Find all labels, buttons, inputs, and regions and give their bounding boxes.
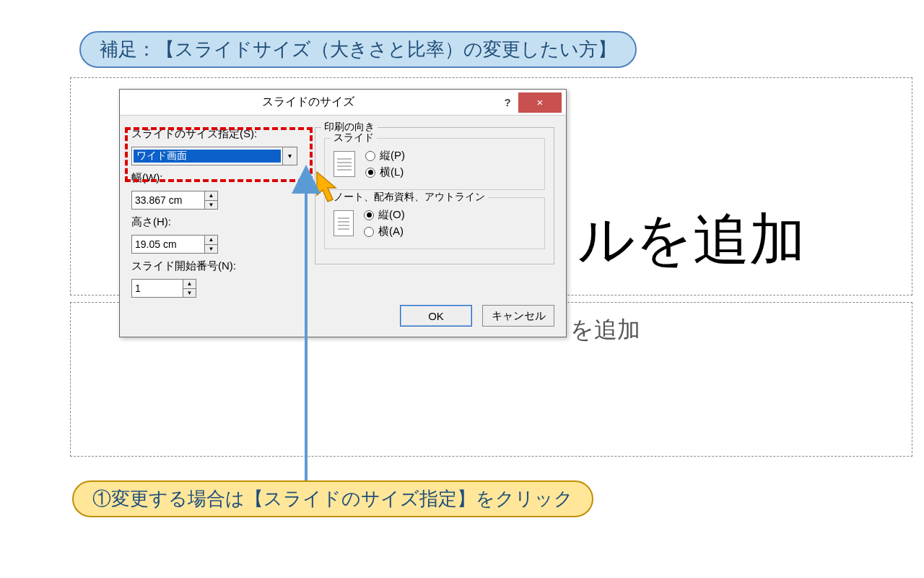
chevron-down-icon: ▾: [288, 152, 292, 160]
radio-off-icon: [365, 151, 375, 161]
slides-legend: スライド: [331, 131, 377, 144]
radio-on-icon: [364, 210, 374, 220]
orientation-group: 印刷の向き スライド 縦(P) 横(L) ノート、配布資料、アウトライン: [315, 127, 554, 264]
slide-size-dialog: スライドのサイズ ? × スライドのサイズ指定(S): ワイド画面 ▾ 幅(W)…: [119, 89, 567, 337]
svg-marker-0: [317, 172, 336, 202]
annotation-top: 補足：【スライドサイズ（大きさと比率）の変更したい方】: [79, 31, 637, 68]
doc-portrait-icon: [334, 210, 354, 236]
cancel-button[interactable]: キャンセル: [482, 305, 554, 327]
height-label: 高さ(H):: [131, 215, 297, 229]
start-number-input[interactable]: [132, 280, 183, 297]
notes-portrait-radio[interactable]: 縦(O): [364, 208, 405, 222]
close-button[interactable]: ×: [518, 92, 562, 113]
dialog-title: スライドのサイズ: [120, 95, 497, 110]
dialog-button-row: OK キャンセル: [120, 305, 566, 337]
slide-landscape-radio[interactable]: 横(L): [365, 165, 405, 179]
radio-off-icon: [364, 227, 374, 237]
combo-dropdown-button[interactable]: ▾: [282, 147, 297, 165]
bg-subtitle-fragment: を追加: [570, 314, 640, 346]
height-input[interactable]: [132, 236, 204, 253]
spin-up[interactable]: ▲: [183, 280, 196, 289]
slides-orientation-group: スライド 縦(P) 横(L): [324, 138, 545, 190]
slide-portrait-radio[interactable]: 縦(P): [365, 149, 405, 163]
close-icon: ×: [537, 96, 544, 108]
spin-up[interactable]: ▲: [205, 236, 217, 245]
start-number-spinner[interactable]: ▲▼: [131, 279, 196, 298]
spin-up[interactable]: ▲: [205, 191, 217, 201]
spin-down[interactable]: ▼: [205, 201, 217, 210]
notes-legend: ノート、配布資料、アウトライン: [331, 191, 488, 204]
spin-down[interactable]: ▼: [183, 289, 196, 298]
start-number-label: スライド開始番号(N):: [131, 259, 297, 273]
size-label: スライドのサイズ指定(S):: [131, 127, 297, 141]
help-button[interactable]: ?: [497, 96, 518, 108]
notes-orientation-group: ノート、配布資料、アウトライン 縦(O) 横(A): [324, 197, 545, 249]
annotation-bottom: ①変更する場合は【スライドのサイズ指定】をクリック: [72, 480, 593, 517]
width-input[interactable]: [132, 191, 204, 209]
width-label: 幅(W):: [131, 171, 297, 185]
ok-button[interactable]: OK: [400, 305, 472, 327]
radio-on-icon: [365, 168, 375, 178]
width-spinner[interactable]: ▲▼: [131, 191, 218, 210]
cursor-arrow-icon: [314, 171, 343, 205]
bg-title-fragment: ルを追加: [578, 202, 806, 278]
dialog-titlebar: スライドのサイズ ? ×: [120, 90, 566, 116]
notes-landscape-radio[interactable]: 横(A): [364, 225, 405, 238]
spin-down[interactable]: ▼: [205, 245, 217, 254]
dialog-left-column: スライドのサイズ指定(S): ワイド画面 ▾ 幅(W): ▲▼ 高さ(H): ▲…: [131, 127, 297, 298]
slide-size-combo[interactable]: ワイド画面 ▾: [131, 147, 297, 165]
height-spinner[interactable]: ▲▼: [131, 235, 218, 254]
dialog-right-column: 印刷の向き スライド 縦(P) 横(L) ノート、配布資料、アウトライン: [315, 127, 554, 298]
slide-size-value: ワイド画面: [134, 150, 281, 163]
